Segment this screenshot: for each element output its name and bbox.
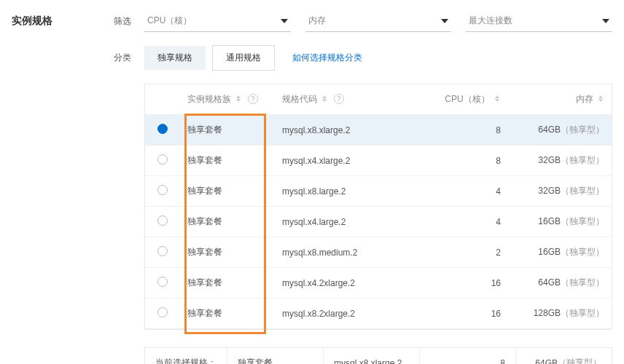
row-radio[interactable] (157, 124, 168, 134)
row-family: 独享套餐 (180, 237, 275, 268)
classify-label: 分类 (114, 52, 144, 64)
help-icon[interactable]: ? (334, 94, 344, 104)
chevron-down-icon (441, 19, 448, 23)
row-cpu: 16 (428, 268, 508, 298)
row-family: 独享套餐 (180, 176, 275, 207)
summary-family: 独享套餐 (227, 348, 324, 364)
row-memory: 16GB（独享型） (508, 237, 612, 268)
summary-cpu: 8 (420, 348, 516, 364)
filter-label: 筛选 (114, 15, 144, 28)
column-memory[interactable]: 内存 (508, 84, 612, 115)
row-radio[interactable] (157, 277, 168, 287)
table-row[interactable]: 独享套餐mysql.x8.large.2432GB（独享型） (145, 176, 612, 207)
table-row[interactable]: 独享套餐mysql.x8.xlarge.2864GB（独享型） (145, 115, 612, 146)
row-code: mysql.x4.large.2 (275, 207, 428, 237)
table-row[interactable]: 独享套餐mysql.x8.2xlarge.216128GB（独享型） (145, 298, 612, 329)
row-cpu: 4 (428, 176, 508, 207)
row-memory: 64GB（独享型） (508, 115, 612, 146)
row-cpu: 2 (428, 237, 508, 268)
row-code: mysql.x8.large.2 (275, 176, 428, 207)
row-family: 独享套餐 (180, 146, 275, 176)
column-cpu[interactable]: CPU（核） (428, 84, 508, 115)
table-row[interactable]: 独享套餐mysql.x4.xlarge.2832GB（独享型） (145, 146, 612, 176)
sort-icon (322, 95, 328, 102)
chevron-down-icon (602, 19, 609, 23)
column-code[interactable]: 规格代码 ? (275, 84, 428, 115)
sort-icon (236, 95, 242, 102)
row-radio[interactable] (157, 154, 168, 165)
filter-maxconn-value: 最大连接数 (469, 15, 512, 27)
row-code: mysql.x4.2xlarge.2 (275, 268, 428, 298)
row-cpu: 8 (428, 115, 508, 146)
row-radio[interactable] (157, 215, 168, 226)
row-family: 独享套餐 (180, 207, 275, 237)
row-code: mysql.x8.medium.2 (275, 237, 428, 268)
row-cpu: 8 (428, 146, 508, 176)
filter-cpu-value: CPU（核） (147, 15, 192, 27)
current-selection-summary: 当前选择规格： 独享套餐 mysql.x8.xlarge.2 8 64GB（独享… (144, 347, 612, 364)
sort-icon (495, 95, 501, 102)
row-radio[interactable] (157, 185, 168, 195)
spec-table: 实例规格族 ? 规格代码 ? CPU（核） 内存 (145, 84, 612, 329)
summary-memory: 64GB（独享型） (516, 348, 612, 364)
spec-table-container: 实例规格族 ? 规格代码 ? CPU（核） 内存 (144, 84, 612, 330)
row-memory: 16GB（独享型） (508, 207, 612, 237)
filter-cpu-select[interactable]: CPU（核） (144, 10, 291, 32)
page-title: 实例规格 (12, 15, 114, 28)
row-family: 独享套餐 (180, 268, 275, 298)
summary-label: 当前选择规格： (145, 348, 227, 364)
summary-code: mysql.x8.xlarge.2 (324, 348, 420, 364)
row-code: mysql.x8.xlarge.2 (275, 115, 428, 146)
sort-icon (598, 95, 604, 102)
row-radio[interactable] (157, 307, 168, 317)
tab-exclusive-spec[interactable]: 独享规格 (144, 46, 206, 70)
table-row[interactable]: 独享套餐mysql.x8.medium.2216GB（独享型） (145, 237, 612, 268)
row-memory: 128GB（独享型） (508, 298, 612, 329)
row-family: 独享套餐 (180, 115, 275, 146)
help-icon[interactable]: ? (248, 94, 258, 104)
row-family: 独享套餐 (180, 298, 275, 329)
row-memory: 32GB（独享型） (508, 176, 612, 207)
tab-general-spec[interactable]: 通用规格 (212, 45, 275, 71)
column-family[interactable]: 实例规格族 ? (180, 84, 275, 115)
filter-memory-select[interactable]: 内存 (305, 10, 452, 32)
row-code: mysql.x8.2xlarge.2 (275, 298, 428, 329)
help-classify-link[interactable]: 如何选择规格分类 (292, 52, 362, 63)
table-row[interactable]: 独享套餐mysql.x4.large.2416GB（独享型） (145, 207, 612, 237)
chevron-down-icon (281, 19, 288, 23)
row-code: mysql.x4.xlarge.2 (275, 146, 428, 176)
row-memory: 32GB（独享型） (508, 146, 612, 176)
table-row[interactable]: 独享套餐mysql.x4.2xlarge.21664GB（独享型） (145, 268, 612, 298)
row-memory: 64GB（独享型） (508, 268, 612, 298)
filter-memory-value: 内存 (308, 15, 326, 27)
row-cpu: 16 (428, 298, 508, 329)
filter-maxconn-select[interactable]: 最大连接数 (466, 10, 612, 32)
row-cpu: 4 (428, 207, 508, 237)
row-radio[interactable] (157, 246, 168, 256)
